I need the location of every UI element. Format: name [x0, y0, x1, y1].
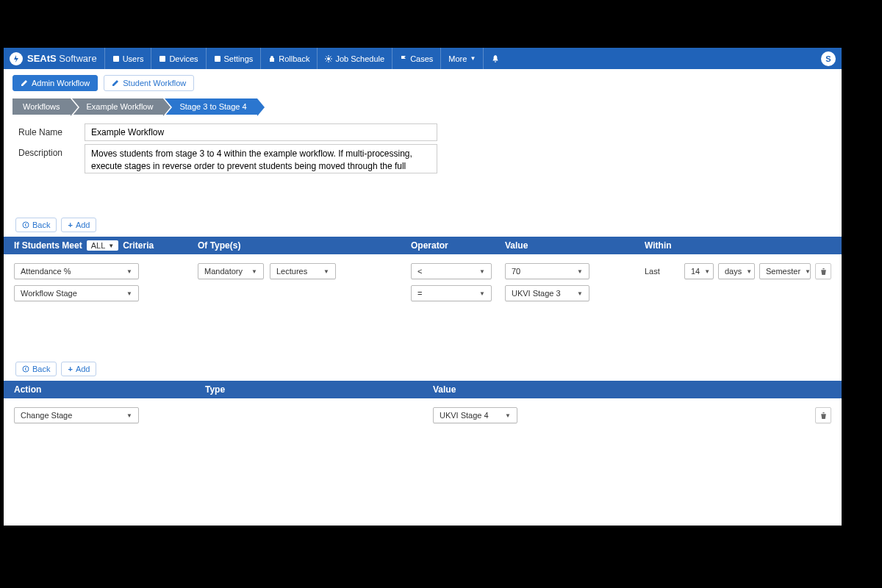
action-header-label: Action [11, 384, 202, 395]
nav-settings[interactable]: Settings [206, 48, 261, 69]
chevron-down-icon: ▼ [805, 268, 811, 275]
edit-icon [112, 79, 119, 87]
criteria-field-select[interactable]: Attendance %▼ [14, 263, 139, 279]
chevron-down-icon: ▼ [126, 412, 132, 419]
edit-icon [21, 79, 28, 87]
back-label: Back [32, 365, 50, 373]
svg-point-3 [327, 57, 330, 60]
nav-settings-label: Settings [224, 54, 254, 63]
chevron-down-icon: ▼ [505, 412, 511, 419]
criteria-suffix: Criteria [123, 240, 154, 251]
operator-label: = [417, 289, 422, 298]
nav-more-label: More [448, 54, 467, 63]
nav: Users Devices Settings Rollback Job Sche… [104, 48, 508, 69]
actions-header: Action Type Value [4, 381, 842, 398]
crumb-stage[interactable]: Stage 3 to Stage 4 [165, 98, 257, 115]
svg-rect-1 [159, 56, 165, 62]
bell-icon [491, 54, 500, 63]
nav-rollback[interactable]: Rollback [260, 48, 317, 69]
criteria-type1-select[interactable]: Mandatory▼ [198, 263, 264, 279]
type1-label: Mandatory [204, 267, 243, 276]
plus-icon: + [68, 220, 72, 229]
nav-rollback-label: Rollback [279, 54, 309, 63]
brand-light: Software [59, 53, 96, 64]
chevron-down-icon: ▼ [323, 268, 329, 275]
crumb-example[interactable]: Example Workflow [72, 98, 164, 115]
within-unit-select[interactable]: days▼ [718, 263, 755, 279]
chevron-down-icon: ▼ [251, 268, 257, 275]
action-value-select[interactable]: UKVI Stage 4▼ [433, 407, 517, 423]
delete-row-button[interactable] [815, 263, 831, 279]
flag-icon [400, 55, 407, 62]
criteria-add-button[interactable]: + Add [61, 218, 96, 232]
svg-point-4 [23, 222, 29, 228]
nav-users-label: Users [123, 54, 144, 63]
breadcrumb: Workflows Example Workflow Stage 3 to St… [4, 94, 842, 122]
back-label: Back [32, 220, 50, 229]
nav-cases[interactable]: Cases [392, 48, 440, 69]
svg-rect-0 [113, 56, 119, 62]
value-label: 70 [512, 267, 520, 276]
chevron-down-icon: ▼ [479, 290, 485, 297]
nav-bell[interactable] [484, 48, 507, 69]
user-avatar[interactable]: S [821, 51, 836, 66]
criteria-prefix: If Students Meet [14, 240, 82, 251]
chevron-down-icon: ▼ [577, 290, 583, 297]
within-count-select[interactable]: 14▼ [684, 263, 714, 279]
tab-admin-workflow[interactable]: Admin Workflow [12, 75, 98, 91]
chevron-down-icon: ▼ [108, 243, 114, 249]
description-label: Description [18, 144, 70, 158]
within-scope-select[interactable]: Semester▼ [759, 263, 811, 279]
crumb-workflows[interactable]: Workflows [12, 98, 71, 115]
within-header: Within [642, 240, 834, 251]
operator-header: Operator [408, 240, 502, 251]
within-scope-label: Semester [766, 267, 800, 276]
value-label: UKVI Stage 3 [512, 289, 561, 298]
svg-point-5 [23, 366, 29, 372]
criteria-operator-select[interactable]: =▼ [411, 285, 492, 301]
action-select[interactable]: Change Stage▼ [14, 407, 139, 423]
nav-more[interactable]: More ▼ [440, 48, 484, 69]
criteria-scope-label: ALL [91, 241, 106, 250]
rule-name-input[interactable] [85, 123, 437, 141]
criteria-back-button[interactable]: Back [15, 218, 57, 232]
criteria-header: If Students Meet ALL ▼ Criteria Of Type(… [4, 237, 842, 254]
actions-add-button[interactable]: + Add [61, 362, 96, 376]
criteria-value-select[interactable]: UKVI Stage 3▼ [505, 285, 589, 301]
criteria-type2-select[interactable]: Lectures▼ [270, 263, 336, 279]
chevron-down-icon: ▼ [126, 290, 132, 297]
criteria-row: Workflow Stage▼ =▼ UKVI Stage 3▼ [11, 282, 834, 304]
action-type-header: Type [202, 384, 430, 395]
plus-icon: + [68, 365, 72, 373]
lock-icon [268, 55, 276, 62]
action-row: Change Stage▼ UKVI Stage 4▼ [11, 404, 834, 426]
within-unit-label: days [725, 267, 742, 276]
chevron-down-icon: ▼ [126, 268, 132, 275]
nav-users[interactable]: Users [104, 48, 151, 69]
tab-admin-label: Admin Workflow [32, 79, 90, 87]
actions-back-button[interactable]: Back [15, 362, 57, 376]
criteria-operator-select[interactable]: <▼ [411, 263, 492, 279]
chevron-down-icon: ▼ [479, 268, 485, 275]
nav-job-schedule[interactable]: Job Schedule [317, 48, 392, 69]
brand-bolt-icon [12, 55, 20, 62]
nav-devices[interactable]: Devices [151, 48, 205, 69]
action-label: Change Stage [21, 411, 72, 420]
delete-action-button[interactable] [815, 407, 831, 423]
chevron-down-icon: ▼ [577, 268, 583, 275]
type2-label: Lectures [276, 267, 307, 276]
criteria-field-select[interactable]: Workflow Stage▼ [14, 285, 139, 301]
criteria-field-label: Workflow Stage [21, 289, 77, 298]
tab-student-workflow[interactable]: Student Workflow [104, 75, 194, 91]
chevron-down-icon: ▼ [470, 55, 476, 62]
criteria-scope-pill[interactable]: ALL ▼ [87, 240, 119, 251]
action-value-label: UKVI Stage 4 [440, 411, 489, 420]
brand-logo [10, 52, 23, 65]
svg-rect-2 [215, 56, 220, 62]
users-icon [112, 55, 120, 62]
add-label: Add [76, 365, 90, 373]
trash-icon [820, 268, 828, 276]
rule-name-label: Rule Name [18, 123, 70, 137]
description-input[interactable] [85, 144, 437, 173]
criteria-value-select[interactable]: 70▼ [505, 263, 589, 279]
